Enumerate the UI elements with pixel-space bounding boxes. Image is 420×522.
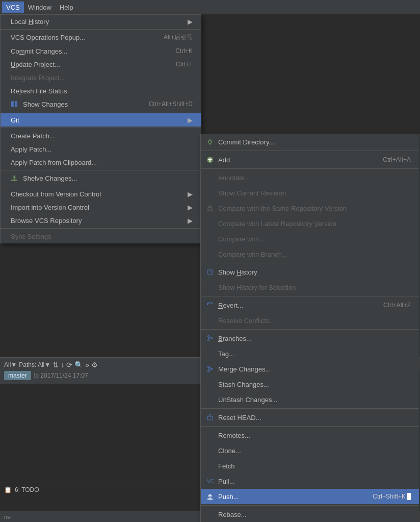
svg-rect-1 [15,101,17,107]
menu-window[interactable]: Window [24,2,56,13]
git-menu-show-current-revision: Show Current Revision [201,185,419,201]
git-menu-compare-latest: Compare with Latest Repository Version [201,216,419,231]
reset-icon [205,412,215,422]
git-menu-stash[interactable]: Stash Changes... [201,377,419,392]
separator-6 [1,228,201,229]
svg-text:VCS: VCS [207,479,214,484]
vcs-dropdown-menu: Local History ▶ VCS Operations Popup... … [0,14,201,243]
git-separator-4 [201,296,419,296]
revert-icon [205,300,215,310]
git-separator-2 [201,168,419,169]
status-text: ns [4,514,10,520]
menu-vcs[interactable]: VCS [2,2,24,13]
git-separator-7 [201,426,419,427]
todo-icon: 📋 [4,486,12,493]
merge-icon [205,364,215,374]
svg-rect-0 [11,101,14,107]
git-submenu: Commit Directory... Add Ctrl+Alt+A Annot… [200,134,419,522]
menu-item-apply-patch-clipboard[interactable]: Apply Patch from Clipboard... [1,156,201,169]
svg-rect-22 [207,499,213,500]
git-menu-unstash[interactable]: UnStash Changes... [201,392,419,407]
git-menu-reset-head[interactable]: Reset HEAD... [201,410,419,425]
vcs-pull-icon: VCS [205,476,215,486]
menu-item-refresh[interactable]: Refresh File Status [1,84,201,97]
push-icon [205,491,215,502]
git-menu-commit-dir[interactable]: Commit Directory... [201,134,419,150]
commit-dir-icon [205,137,215,147]
menu-item-local-history[interactable]: Local History ▶ [1,15,201,28]
svg-rect-3 [14,178,15,180]
mouse-cursor [407,493,411,500]
git-menu-merge[interactable]: Merge Changes... [201,361,419,377]
git-menu-clone[interactable]: Clone... [201,443,419,458]
separator-5 [1,186,201,186]
menu-item-show-changes[interactable]: Show Changes Ctrl+Alt+Shift+D [1,97,201,111]
menu-item-vcs-operations[interactable]: VCS Operations Popup... Alt+后引号 [1,31,201,44]
git-separator-3 [201,263,419,263]
git-separator-1 [201,151,419,151]
git-bar: master lp 2017/11/24 17:07 [0,367,204,384]
git-menu-remotes[interactable]: Remotes... [201,428,419,443]
git-separator-5 [201,329,419,330]
git-menu-resolve-conflicts: Resolve Conflicts... [201,313,419,328]
git-menu-show-history-selection: Show History for Selection [201,280,419,295]
git-separator-6 [201,408,419,409]
menu-item-browse[interactable]: Browse VCS Repository ▶ [1,214,201,227]
menu-item-shelve[interactable]: Shelve Changes... [1,171,201,185]
svg-point-4 [208,140,212,143]
git-menu-rebase[interactable]: Rebase... [201,507,419,522]
svg-rect-10 [208,208,212,211]
lock-icon [205,203,215,213]
git-menu-compare-branch: Compare with Branch... [201,246,419,262]
separator-1 [1,29,201,30]
shelve-icon [11,175,18,182]
menu-item-git[interactable]: Git ▶ [1,113,201,127]
git-menu-pull[interactable]: VCS Pull... [201,474,419,489]
history-icon [205,267,215,277]
git-menu-tag[interactable]: Tag... [201,346,419,361]
git-menu-branches[interactable]: Branches... [201,331,419,346]
menu-item-commit[interactable]: Commit Changes... Ctrl+K [1,44,201,58]
menu-item-create-patch[interactable]: Create Patch... [1,129,201,142]
svg-point-12 [208,336,209,337]
separator-3 [1,128,201,128]
git-info: lp 2017/11/24 17:07 [34,372,88,379]
git-separator-8 [201,505,419,506]
menu-item-update[interactable]: Update Project... Ctrl+T [1,58,201,71]
branch-label[interactable]: master [4,371,31,380]
svg-rect-20 [207,416,213,420]
menubar: VCS Window Help [0,0,420,14]
separator-4 [1,170,201,170]
branch-icon [205,333,215,343]
git-menu-compare-with: Compare with... [201,231,419,246]
todo-label[interactable]: 6: TODO [15,486,39,493]
menu-help[interactable]: Help [56,2,77,13]
show-changes-icon [11,101,18,108]
git-menu-add[interactable]: Add Ctrl+Alt+A [201,152,419,167]
add-icon [205,155,215,165]
menu-item-checkout[interactable]: Checkout from Version Control ▶ [1,187,201,201]
svg-rect-2 [11,180,17,181]
menu-item-integrate: Integrate Project... [1,71,201,84]
git-menu-revert[interactable]: Revert... Ctrl+Alt+Z [201,297,419,313]
menu-item-sync: Sync Settings [1,230,201,243]
menu-item-import[interactable]: Import into Version Control ▶ [1,201,201,214]
git-menu-annotate: Annotate [201,170,419,185]
git-menu-fetch[interactable]: Fetch [201,458,419,474]
git-menu-push[interactable]: Push... Ctrl+Shift+K [201,489,419,504]
menu-item-apply-patch[interactable]: Apply Patch... [1,142,201,156]
git-menu-compare-same: Compare with the Same Repository Version [201,201,419,216]
separator-2 [1,112,201,112]
svg-point-13 [208,340,209,341]
git-menu-show-history[interactable]: Show History [201,264,419,280]
